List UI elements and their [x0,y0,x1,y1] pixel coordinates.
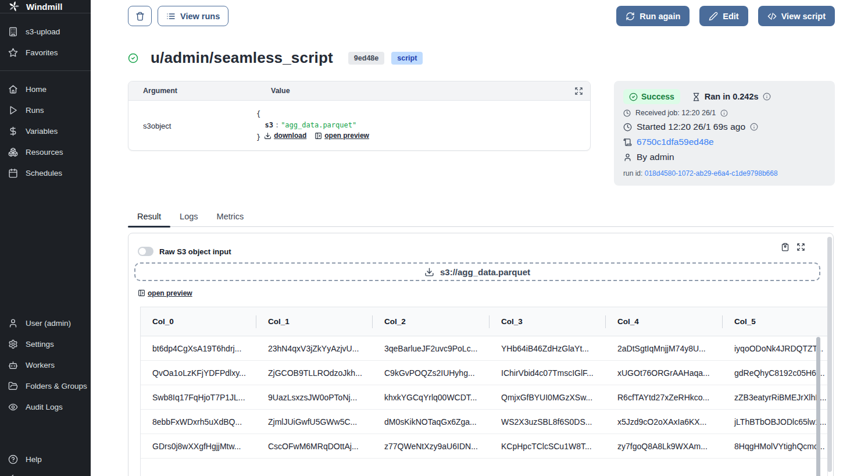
table-cell: ZjmlJUiGwfU5GWw5C... [256,417,373,427]
table-row: Swb8Iq17FqHjoT7P1JL... 9UazLsxzsJW0oPToN… [141,385,827,410]
table-cell: 2aDtSgtIqMnjjM74y8U... [606,344,723,353]
copy-clipboard-icon[interactable] [781,243,790,251]
refresh-icon [626,12,635,21]
folder-open-icon [8,381,18,391]
brand[interactable]: Windmill [0,0,91,13]
tab-result[interactable]: Result [128,212,170,226]
help-icon [8,454,18,464]
sidebar-item-favorites[interactable]: Favorites [0,42,91,63]
table-cell: gdReQhyC8192c05H6k.. [723,368,827,378]
received-job-line: Received job: 12:20 26/1 [623,109,826,117]
calendar-icon [8,168,18,178]
sidebar-item-folders-groups[interactable]: Folders & Groups [0,375,91,396]
expand-icon[interactable] [796,243,805,251]
info-icon[interactable] [750,123,758,131]
json-string-value: "agg_data.parquet" [281,121,356,129]
tabs: Result Logs Metrics [128,212,834,227]
sidebar-item-audit-logs[interactable]: Audit Logs [0,396,91,417]
sidebar-item-help[interactable]: Help [0,449,91,470]
sidebar-item-variables[interactable]: Variables [0,120,91,141]
tab-metrics[interactable]: Metrics [208,212,253,226]
table-cell: dM0sKikNOTaqGx6Zga... [373,417,490,427]
sidebar-item-label: Home [26,85,47,94]
boxes-icon [8,147,18,157]
table-cell: ZjGCOB9TLLROdzoJkh... [256,368,373,378]
run-again-label: Run again [640,12,680,21]
sidebar-item-label: Workers [26,361,55,370]
sidebar-item-label: Resources [26,148,63,157]
main-content: View runs Run again Edit View script u/a… [91,0,868,476]
raw-s3-toggle-row: Raw S3 object input [138,247,824,256]
sidebar-item-home[interactable]: Home [0,79,91,100]
json-colon: : [273,121,281,129]
view-script-button[interactable]: View script [758,6,835,26]
sidebar: Windmill s3-upload Favorites Home Runs V… [0,0,91,476]
table-header-row: Col_0 Col_1 Col_2 Col_3 Col_4 Col_5 [141,307,827,336]
download-link[interactable]: download [264,130,306,141]
sidebar-item-label: Runs [26,106,44,115]
sidebar-item-s3-upload[interactable]: s3-upload [0,21,91,42]
collapse-sidebar-button[interactable] [0,470,91,476]
user-icon [8,318,18,328]
column-header[interactable]: Col_3 [490,307,606,336]
expand-arguments-button[interactable] [567,87,590,95]
duration: Ran in 0.242s [692,92,771,101]
result-panel-actions [781,243,805,251]
table-scrollbar-thumb[interactable] [816,337,820,476]
sidebar-item-runs[interactable]: Runs [0,100,91,120]
column-header[interactable]: Col_1 [256,307,373,336]
s3-download-box[interactable]: s3://agg_data.parquet [134,262,820,281]
toolbar: View runs Run again Edit View script [128,6,835,26]
run-id-link[interactable]: 018d4580-1072-ab29-e6a4-c1de9798b668 [645,169,778,177]
value-column-header: Value [256,87,567,95]
raw-s3-toggle-label: Raw S3 object input [159,247,231,256]
toggle-knob [139,248,146,255]
script-type-badge: script [391,52,423,65]
table-row-partial [141,459,827,476]
arrow-left-icon [8,473,18,476]
run-again-button[interactable]: Run again [616,6,690,26]
sidebar-item-label: Help [26,455,42,464]
tab-logs[interactable]: Logs [170,212,207,226]
status-card: Success Ran in 0.242s Received job: 12:2… [614,81,835,186]
table-cell: Swb8Iq17FqHjoT7P1JL... [141,393,256,402]
table-cell: 8HqgHMolVYtighQcmc... [723,442,827,451]
column-header[interactable]: Col_2 [373,307,490,336]
table-cell: khxkYGCqYrlq00WCDT... [373,393,490,402]
sidebar-item-resources[interactable]: Resources [0,141,91,162]
info-icon[interactable] [720,109,728,117]
table-cell: zZB3eatyrRiBMEJrXlhL... [723,393,827,402]
raw-s3-toggle[interactable] [138,247,153,256]
column-header[interactable]: Col_0 [141,307,256,336]
table-row: bt6dp4CgXsA19T6hdrj... 23hN4qxV3jZkYyAzj… [141,336,827,361]
table-cell: bt6dp4CgXsA19T6hdrj... [141,344,256,353]
building-icon [8,27,18,37]
sidebar-item-label: Favorites [26,48,58,57]
run-id-label: run id: [623,169,642,177]
sidebar-item-workers[interactable]: Workers [0,354,91,375]
edit-button[interactable]: Edit [699,6,748,26]
table-cell: WS2X3uzSBL8f6S0DS... [490,417,606,427]
check-circle-icon [629,93,638,101]
star-icon [8,48,18,58]
panel-scrollbar-thumb[interactable] [827,237,832,472]
table-cell: GDrs0j8wXXgfHgjjMtw... [141,442,256,451]
sidebar-app-group: s3-upload Favorites [0,13,91,70]
trash-icon [135,12,145,21]
view-runs-button[interactable]: View runs [158,6,228,26]
sidebar-item-settings[interactable]: Settings [0,333,91,354]
job-hash-link[interactable]: 6750c1dfa59ed48e [637,137,714,147]
action-buttons: Run again Edit View script [616,6,835,26]
sidebar-item-label: Settings [26,340,54,349]
edit-label: Edit [723,12,738,21]
info-icon[interactable] [763,93,771,101]
table-cell: R6cfTAYtd27xZeRHkco... [606,393,723,402]
table-cell: 8ebbFxWDxrh5uXdBQ... [141,417,256,427]
delete-button[interactable] [128,6,152,26]
open-preview-link[interactable]: open preview [138,289,192,297]
column-header[interactable]: Col_5 [723,307,827,336]
open-preview-link[interactable]: open preview [315,130,369,141]
column-header[interactable]: Col_4 [606,307,723,336]
sidebar-item-schedules[interactable]: Schedules [0,162,91,183]
sidebar-item-user[interactable]: User (admin) [0,312,91,333]
